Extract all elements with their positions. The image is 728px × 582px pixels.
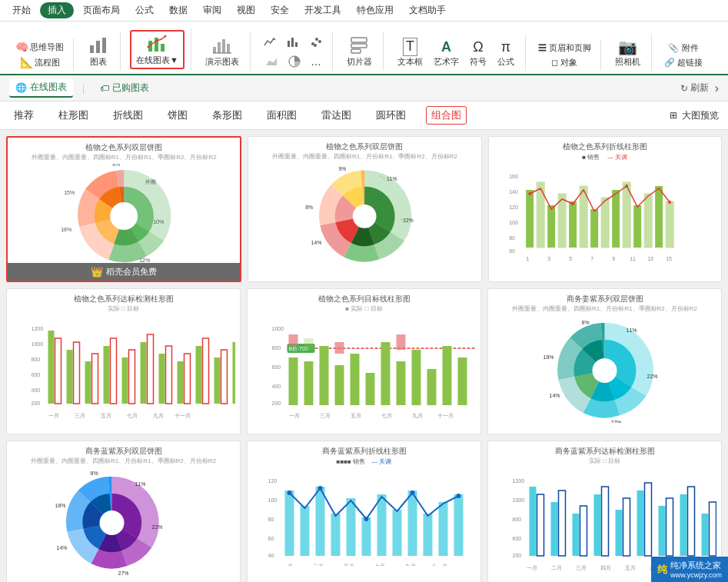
chart-card-2[interactable]: 植物之色系列双层饼图 外圈重量、内圈重量、四圈标R1、月份标R1、季圈标R2、月… [248,136,481,282]
menu-bar: 开始 插入 页面布局 公式 数据 审阅 视图 安全 开发工具 特色应用 文档助手 [0,0,728,22]
chart-card-3[interactable]: 植物之色系列折线柱形图 ■ 销售 — 关调 160 140 120 100 80… [488,136,722,282]
chart-title-5: 植物之色系列目标线柱形图 [252,294,476,304]
slicer-label: 切片器 [347,56,372,68]
large-preview-btn[interactable]: ⊞ 大图预览 [670,109,719,122]
svg-rect-51 [547,205,555,248]
cat-tab-pie[interactable]: 饼图 [163,106,192,125]
ribbon: 🧠 思维导图 📐 流程图 图表 [0,22,728,75]
chart-card-8[interactable]: 商务蓝紫系列折线柱形图 ■■■■ 销售 — 关调 120 100 80 60 4… [247,441,481,582]
svg-point-173 [411,491,415,495]
chart-icon [88,35,109,56]
menu-security[interactable]: 安全 [264,2,295,19]
svg-rect-15 [291,38,294,47]
textbox-label: 文本框 [397,56,423,68]
svg-rect-120 [320,346,329,405]
textbox-btn[interactable]: T 文本框 [393,36,427,69]
menu-dochelper[interactable]: 文档助手 [403,2,452,19]
svg-rect-84 [74,342,80,404]
watermark-site-name: 纯净系统之家 [670,560,722,571]
svg-rect-122 [335,342,344,354]
header-footer-btn[interactable]: ☰ 页眉和页脚 [535,42,594,55]
watermark-logo: 纯 [657,563,667,577]
chart-subtitle-6: 外圈重量、内圈重量、四圈标R1、月份标R1、季圈标R2、月份标R2 [493,305,716,313]
svg-rect-12 [227,44,230,53]
chart-card-6[interactable]: 商务姜紫系列双层饼图 外圈重量、内圈重量、四圈标R1、月份标R1、季圈标R2、月… [487,288,722,434]
svg-text:40: 40 [268,553,274,558]
menu-data[interactable]: 数据 [163,2,194,19]
svg-rect-10 [218,42,221,53]
menu-view[interactable]: 视图 [231,2,261,19]
svg-rect-197 [645,483,652,556]
svg-rect-14 [288,41,290,47]
menu-layout[interactable]: 页面布局 [77,2,126,19]
menu-review[interactable]: 审阅 [197,2,228,19]
svg-text:十一月: 十一月 [175,413,191,418]
cat-tab-ring[interactable]: 圆环图 [371,106,411,125]
bar-chart-btn[interactable] [283,34,303,49]
svg-point-18 [315,38,318,41]
formula-label: 公式 [497,56,514,68]
online-charts-tab[interactable]: 🌐 在线图表 [9,78,73,98]
ribbon-group-demo-chart: 演示图表 [194,32,251,71]
chart-card-5[interactable]: 植物之色系列目标线柱形图 ■ 实际 □ 目标 1000 800 600 400 … [247,288,481,434]
slicer-btn[interactable]: 切片器 [342,33,377,69]
menu-formula[interactable]: 公式 [129,2,160,19]
cat-tab-radar[interactable]: 雷达图 [317,106,356,125]
camera-btn[interactable]: 📷 照相机 [610,36,645,69]
chart-card-7[interactable]: 商务蓝紫系列双层饼图 外圈重量、内圈重量、四圈标R1、月份标R1、季圈标R2、月… [6,441,241,582]
object-btn[interactable]: ◻ 对象 [548,56,580,69]
menu-insert[interactable]: 插入 [40,2,74,18]
cat-tab-area[interactable]: 面积图 [262,106,301,125]
ribbon-group-camera: 📷 照相机 [604,35,652,71]
cat-tab-line[interactable]: 折线图 [108,106,148,125]
svg-text:600: 600 [513,536,522,541]
art-text-btn[interactable]: A 艺术字 [429,38,464,69]
cat-tab-combo[interactable]: 组合图 [426,106,467,125]
svg-point-65 [625,185,628,188]
svg-rect-94 [166,346,172,404]
svg-text:15%: 15% [64,190,75,195]
chart-card-4[interactable]: 植物之色系列达标检测柱形图 实际 □ 目标 1200 1000 800 600 … [6,288,241,434]
attachment-btn[interactable]: 📎 附件 [665,42,701,55]
svg-rect-198 [659,506,666,556]
menu-special[interactable]: 特色应用 [351,2,400,19]
cat-tab-column[interactable]: 柱形图 [54,106,93,125]
svg-text:7: 7 [590,256,593,261]
online-chart-btn[interactable]: 在线图表▼ [130,30,184,69]
menu-start[interactable]: 开始 [6,2,37,19]
cat-tab-bar[interactable]: 条形图 [208,106,247,125]
legend-trend: — 关调 [607,153,627,161]
demo-chart-btn[interactable]: 演示图表 [201,33,244,69]
svg-rect-49 [526,190,534,248]
mindmap-icon: 🧠 [15,41,28,53]
mindmap-btn[interactable]: 🧠 思维导图 [12,40,67,54]
svg-text:100: 100 [509,220,518,225]
chart-subtitle-1: 外圈重量、内圈重量、四圈标R1、月份标R1、季圈标R2、月份标R2 [12,154,235,161]
more-chart-btn[interactable]: … [307,55,324,68]
purchased-charts-tab[interactable]: 🏷 已购图表 [94,79,155,97]
chart-btn[interactable]: 图表 [83,33,114,69]
grid-icon: ⊞ [670,110,677,121]
svg-rect-200 [680,494,687,556]
svg-text:五月: 五月 [351,413,361,418]
expand-btn[interactable]: › [715,81,719,95]
svg-text:600: 600 [272,364,281,370]
chart-svg-4: 1200 1000 800 600 400 200 [12,315,235,423]
chart-svg-8: 120 100 80 60 40 [252,467,476,566]
pie-chart-btn[interactable] [284,54,304,69]
watermark-url: www.ycwjzy.com [670,571,722,579]
svg-rect-190 [573,514,580,556]
hyperlink-btn[interactable]: 🔗 超链接 [661,56,706,69]
svg-rect-188 [551,502,558,556]
menu-dev[interactable]: 开发工具 [298,2,347,19]
flowchart-btn[interactable]: 📐 流程图 [17,55,63,69]
cat-tab-recommend[interactable]: 推荐 [9,106,38,125]
refresh-btn[interactable]: ↻ 刷新 [680,81,709,95]
formula-btn[interactable]: π 公式 [493,38,519,69]
scatter-chart-btn[interactable] [306,34,326,49]
chart-card-1[interactable]: 植物之色系列双层饼图 外圈重量、内圈重量、四圈标R1、月份标R1、季圈标R2、月… [6,136,241,282]
symbol-btn[interactable]: Ω 符号 [465,38,491,69]
area-chart-btn[interactable] [261,54,281,69]
line-chart-btn[interactable] [260,34,280,49]
svg-text:22%: 22% [152,524,163,530]
